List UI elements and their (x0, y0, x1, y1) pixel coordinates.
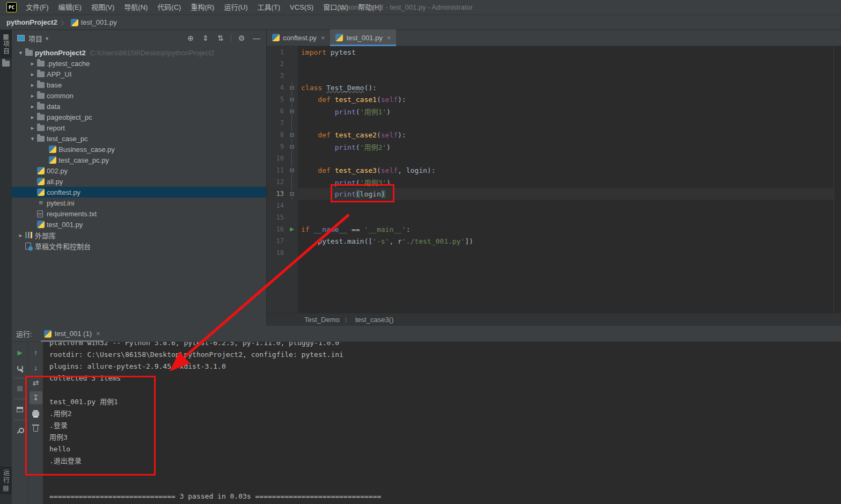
chevron-down-icon[interactable]: ▾ (28, 135, 37, 142)
code-text: print('用例1') (298, 106, 391, 116)
menu-item-运行-u[interactable]: 运行(U) (219, 0, 252, 15)
folder-icon (37, 61, 47, 67)
breadcrumb-file[interactable]: test_001.py (81, 18, 117, 26)
gutter-mark (286, 176, 298, 188)
tree-item-test-001-py[interactable]: test_001.py (12, 219, 266, 230)
tree-item-report[interactable]: ▸report (12, 122, 266, 133)
project-panel-title[interactable]: 项目 (28, 33, 42, 43)
tree-item-test-case-pc[interactable]: ▾test_case_pc (12, 133, 266, 144)
code-line-13: 13⊟ print(login) (267, 188, 841, 200)
expand-all-icon[interactable]: ⇕ (199, 32, 212, 44)
stripe-run-button[interactable]: 运行 ▤ (0, 466, 12, 494)
run-console[interactable]: platform win32 -- Python 3.8.6, pytest-6… (43, 342, 841, 504)
console-line: .退出登录 (49, 455, 841, 467)
fold-start-icon[interactable]: ⊟ (289, 167, 294, 173)
menu-item-重构-r[interactable]: 重构(R) (186, 0, 219, 15)
fold-start-icon[interactable]: ⊟ (289, 84, 294, 91)
chevron-right-icon[interactable]: ▸ (28, 125, 37, 132)
tree-item-pytest-ini[interactable]: ≡pytest.ini (12, 198, 266, 208)
editor-breadcrumb-item[interactable]: test_case3() (355, 316, 394, 324)
menu-item-代码-c[interactable]: 代码(C) (152, 0, 186, 15)
tree-item-002-py[interactable]: 002.py (12, 165, 266, 176)
editor-breadcrumb-item[interactable]: Test_Demo (304, 316, 340, 324)
menu-item-工具-t[interactable]: 工具(T) (252, 0, 285, 15)
locate-icon[interactable]: ⊕ (184, 32, 197, 44)
tree-item-conftest-py[interactable]: conftest.py (12, 187, 266, 198)
fold-start-icon[interactable]: ⊟ (289, 96, 294, 103)
collapse-all-icon[interactable]: ⇅ (214, 32, 227, 44)
tree-item-pytest-cache[interactable]: ▸.pytest_cache (12, 58, 266, 69)
chevron-right-icon[interactable]: ▸ (28, 92, 37, 99)
line-number: 4 (267, 84, 286, 91)
tree-item-label: requirements.txt (47, 210, 97, 218)
clear-console-button[interactable] (30, 421, 42, 434)
menu-item-视图-v[interactable]: 视图(V) (86, 0, 119, 15)
gutter-mark (286, 200, 298, 211)
fold-end-icon[interactable]: ⊟ (289, 191, 294, 197)
tree-item-外部库[interactable]: ▸外部库 (12, 230, 266, 240)
fold-start-icon[interactable]: ⊟ (289, 132, 294, 138)
restore-layout-button[interactable] (13, 403, 26, 416)
gutter-mark (286, 235, 298, 247)
chevron-right-icon[interactable]: ▸ (28, 60, 37, 67)
chevron-down-icon[interactable]: ▾ (16, 49, 25, 56)
tree-item-requirements-txt[interactable]: requirements.txt (12, 208, 266, 219)
tree-item-test-case-pc-py[interactable]: test_case_pc.py (12, 155, 266, 165)
rerun-failed-button[interactable]: ⇄ (30, 376, 42, 389)
breadcrumb-separator: 〉 (345, 316, 350, 324)
tree-item-草稿文件和控制台[interactable]: 草稿文件和控制台 (12, 240, 266, 251)
prev-occurrence-button[interactable]: ↑ (30, 346, 42, 359)
settings-gear-icon[interactable]: ⚙ (235, 32, 248, 44)
code-line-6: 6⊟ print('用例1') (267, 105, 841, 117)
tree-item-pageobject-pc[interactable]: ▸pageobject_pc (12, 112, 266, 122)
menu-item-vcs-s[interactable]: VCS(S) (285, 0, 318, 15)
run-tab[interactable]: test_001 (1) × (40, 326, 105, 342)
tree-item-business-case-py[interactable]: Business_case.py (12, 144, 266, 155)
chevron-right-icon[interactable]: ▸ (28, 103, 37, 110)
chevron-right-icon[interactable]: ▸ (28, 114, 37, 121)
tree-item-common[interactable]: ▸common (12, 90, 266, 101)
pin-tab-button[interactable] (13, 424, 26, 437)
tree-item-data[interactable]: ▸data (12, 101, 266, 112)
tab-conftest-py[interactable]: conftest.py× (267, 30, 330, 46)
edit-configuration-button[interactable] (13, 361, 26, 374)
fold-end-icon[interactable]: ⊟ (289, 143, 294, 150)
chevron-right-icon[interactable]: ▸ (28, 82, 37, 89)
tree-item-all-py[interactable]: all.py (12, 176, 266, 187)
menu-item-编辑-e[interactable]: 编辑(E) (54, 0, 86, 15)
rerun-button[interactable]: ▶ (13, 346, 26, 359)
python-file-icon (71, 19, 78, 26)
close-icon[interactable]: × (96, 330, 100, 338)
print-console-button[interactable] (30, 406, 42, 419)
tree-item-base[interactable]: ▸base (12, 79, 266, 90)
menu-item-文件-f[interactable]: 文件(F) (21, 0, 54, 15)
stripe-folder-button[interactable] (0, 58, 12, 69)
breadcrumb-project[interactable]: pythonProject2 (6, 18, 57, 26)
code-text: print('用例3') (298, 177, 391, 187)
chevron-down-icon[interactable]: ▾ (46, 35, 48, 41)
run-line-icon[interactable]: ▶ (290, 226, 294, 232)
folder-icon (37, 125, 47, 131)
code-line-7: 7 (267, 117, 841, 129)
chevron-right-icon[interactable]: ▸ (16, 232, 25, 239)
stripe-project-button[interactable]: ▦ 项目 (0, 30, 12, 58)
scroll-to-end-button[interactable]: ↧ (30, 391, 42, 404)
next-occurrence-button[interactable]: ↓ (30, 361, 42, 374)
tree-item-app-ui[interactable]: ▸APP_UI (12, 69, 266, 79)
close-icon[interactable]: × (387, 34, 391, 42)
code-editor[interactable]: 1import pytest234⊟class Test_Demo():5⊟ d… (267, 46, 841, 313)
toolbar-divider (14, 399, 25, 399)
tree-item-label: pytest.ini (47, 199, 74, 207)
menu-item-导航-n[interactable]: 导航(N) (119, 0, 152, 15)
pycharm-logo-icon: PC (6, 2, 17, 12)
stop-button[interactable] (13, 382, 26, 395)
close-icon[interactable]: × (321, 34, 325, 42)
hide-panel-icon[interactable]: — (250, 32, 263, 44)
tab-test-001-py[interactable]: test_001.py× (330, 30, 396, 46)
chevron-right-icon[interactable]: ▸ (28, 71, 37, 78)
fold-end-icon[interactable]: ⊟ (289, 108, 294, 114)
tree-item-pythonproject2[interactable]: ▾pythonProject2C:\Users\86158\Desktop\py… (12, 47, 266, 58)
gutter-mark (286, 46, 298, 58)
console-line: ============================== 3 passed … (49, 491, 841, 502)
editor-scrollbar[interactable] (833, 46, 841, 313)
